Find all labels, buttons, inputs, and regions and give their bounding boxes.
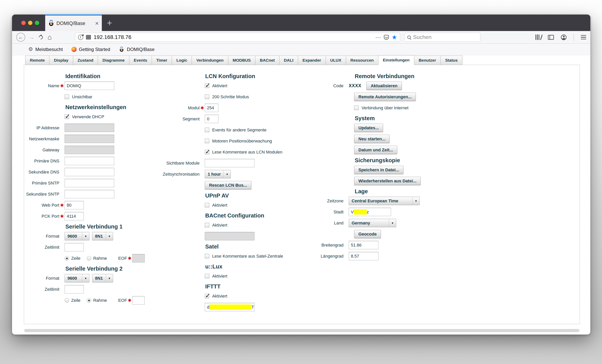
tab-close-icon[interactable]: × [95,20,99,26]
back-button[interactable]: ← [16,33,25,42]
serial1-format-1-select[interactable]: 8N1▼ [92,232,113,240]
langengrad-input[interactable] [349,252,378,260]
unsichtbar-checkbox[interactable] [64,94,69,99]
primare-sntp-input[interactable] [64,179,114,187]
modul-input[interactable] [205,104,218,112]
app-tab-zustand[interactable]: Zustand [73,56,98,65]
bookmark-star-icon[interactable]: ★ [392,34,397,40]
land-select[interactable]: Germany▼ [349,219,396,227]
zeitzone-select[interactable]: Central European Time▼ [349,197,420,205]
home-button[interactable]: ⌂ [47,34,52,41]
scrollbar-thumb[interactable] [25,329,579,332]
events-andere-segmente-checkbox-label: Events für andere Segmente [212,127,267,133]
app-tab-ulux[interactable]: ULUX [326,56,346,65]
serial2-mode-rahme-radio[interactable] [87,298,91,302]
site-info-icon[interactable]: i [78,35,83,40]
name-input[interactable] [64,82,114,90]
page-actions-icon[interactable]: ⋯ [375,34,381,41]
serial1-zeitlimit-input[interactable] [64,243,84,251]
segment-input[interactable] [205,115,218,123]
serial2-mode-eof-label: EOF [118,298,127,303]
lese-kommentare-lcn-checkbox[interactable]: ✓ [205,150,209,154]
browser-tab[interactable]: DOMIQ/Base × [45,15,102,31]
geocode-button[interactable]: Geocode [354,230,381,238]
breitengrad-input[interactable] [349,241,378,249]
serial1-mode-rahme-radio[interactable] [87,256,91,260]
ulux-aktiviert-checkbox[interactable] [205,274,209,278]
app-tab-expander[interactable]: Expander [298,56,326,65]
form-column-identifikation: IdentifikationName∗UnsichtbarNetzwerkein… [26,72,170,307]
app-tab-benutzer[interactable]: Benutzer [414,56,441,65]
account-icon[interactable] [561,34,567,40]
ifttt-aktiviert-checkbox[interactable]: ✓ [205,294,209,298]
schritte-modus-checkbox[interactable] [205,94,209,99]
verbindung-ueber-internet-checkbox[interactable] [354,106,359,110]
motoren-positionsueberwachung-checkbox[interactable] [205,139,209,143]
upnp-aktiviert-checkbox[interactable] [205,203,209,208]
verwende-dhcp-checkbox[interactable]: ✓ [64,114,69,119]
sekundare-sntp-input[interactable] [64,190,114,198]
app-tab-ressourcen[interactable]: Ressourcen [346,56,378,65]
bookmark-domiq-base[interactable]: DOMIQ/Base [119,47,155,52]
app-tab-bacnet[interactable]: BACnet [255,56,280,65]
ifttt-key-input[interactable]: dT [205,303,254,311]
pck-port-input[interactable] [64,212,84,220]
bookmark-getting-started[interactable]: Getting Started [71,47,110,52]
neu-starten-button[interactable]: Neu starten... [354,135,390,143]
sekundare-dns-input[interactable] [64,168,114,176]
zeitsynchronisation-select[interactable]: 1 hour▼ [205,170,231,178]
app-tab-modbus[interactable]: MODBUS [228,56,255,65]
sidebar-icon[interactable] [548,35,554,40]
required-marker: ∗ [59,212,64,220]
search-bar[interactable]: Suchen [404,33,480,42]
rescan-lcn-bus-button[interactable]: Rescan LCN Bus... [205,181,251,189]
app-tab-remote[interactable]: Remote [25,56,49,65]
form-row: Breitengrad [305,241,448,249]
window-close-button[interactable] [21,21,26,25]
pocket-icon[interactable] [384,35,389,40]
web-port-input[interactable] [64,201,84,209]
permissions-icon[interactable] [86,35,91,40]
lcn-aktiviert-checkbox[interactable]: ✓ [205,83,209,88]
serial2-mode-zeile-radio[interactable] [64,298,69,302]
app-tab-display[interactable]: Display [49,56,73,65]
app-tab-dali[interactable]: DALI [279,56,298,65]
bacnet-aktiviert-checkbox[interactable] [205,223,209,227]
library-icon[interactable] [536,34,541,40]
app-tab-verbindungen[interactable]: Verbindungen [192,56,228,65]
url-text[interactable]: 192.168.178.76 [94,34,131,40]
stadt-input[interactable]: Vz [349,208,391,216]
app-tab-diagramme[interactable]: Diagramme [98,56,129,65]
datum-und-zeit-button[interactable]: Datum und Zeit... [354,146,397,154]
langengrad-label: Längengrad [305,254,344,259]
speichern-in-datei-button[interactable]: Speichern in Datei... [354,166,403,174]
serial1-format-0-select[interactable]: 9600▼ [64,232,89,240]
serial2-zeitlimit-input[interactable] [64,285,84,293]
menu-icon[interactable] [581,35,586,40]
horizontal-scrollbar[interactable] [24,329,580,332]
reload-button[interactable] [39,35,43,39]
bookmark-meistbesucht[interactable]: ⚙ Meistbesucht [28,47,63,52]
lese-kommentare-satel-checkbox[interactable] [205,254,209,258]
url-bar[interactable]: i 192.168.178.76 ⋯ ★ [75,33,400,42]
app-tab-timer[interactable]: Timer [152,56,172,65]
remote-autorisierungen-button[interactable]: Remote Autorisierungen... [354,93,416,101]
sekundare-dns-label: Sekundäre DNS [26,170,59,175]
serial2-format-1-select[interactable]: 8N1▼ [92,274,113,282]
updates-button[interactable]: Updates... [354,124,383,132]
app-tab-events[interactable]: Events [129,56,152,65]
primare-dns-input[interactable] [64,157,114,165]
app-tab-status[interactable]: Status [441,56,462,65]
wiederherstellen-aus-datei-button[interactable]: Wiederherstellen aus Datei... [354,177,421,185]
serial2-format-0-select[interactable]: 9600▼ [64,274,89,282]
window-zoom-button[interactable] [35,21,39,25]
window-minimize-button[interactable] [28,21,32,25]
app-tab-logic[interactable]: Logic [172,56,192,65]
aktualisieren-button[interactable]: Aktualisieren [366,82,402,90]
serial2-mode-eof-input[interactable] [132,296,145,304]
app-tab-einstellungen[interactable]: Einstellungen [378,55,414,65]
serial1-mode-zeile-radio[interactable] [64,256,69,260]
sichtbare-module-input[interactable] [205,159,254,167]
events-andere-segmente-checkbox[interactable] [205,128,209,132]
new-tab-button[interactable]: + [107,18,112,27]
